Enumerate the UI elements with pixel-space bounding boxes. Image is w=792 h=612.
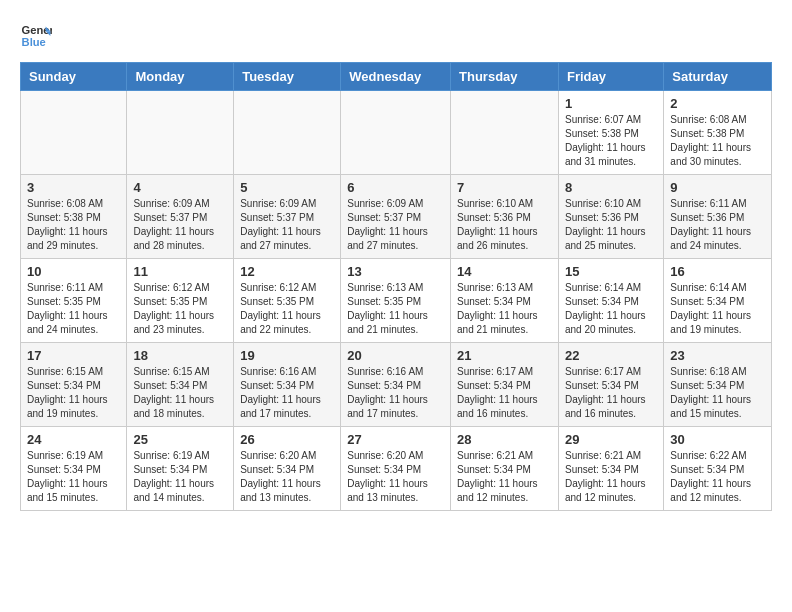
calendar-day-cell: 4Sunrise: 6:09 AM Sunset: 5:37 PM Daylig… xyxy=(127,175,234,259)
day-info: Sunrise: 6:13 AM Sunset: 5:35 PM Dayligh… xyxy=(347,281,444,337)
day-info: Sunrise: 6:19 AM Sunset: 5:34 PM Dayligh… xyxy=(27,449,120,505)
day-number: 18 xyxy=(133,348,227,363)
calendar-day-cell: 17Sunrise: 6:15 AM Sunset: 5:34 PM Dayli… xyxy=(21,343,127,427)
day-number: 15 xyxy=(565,264,657,279)
calendar-day-cell: 25Sunrise: 6:19 AM Sunset: 5:34 PM Dayli… xyxy=(127,427,234,511)
svg-text:Blue: Blue xyxy=(22,36,46,48)
day-number: 22 xyxy=(565,348,657,363)
day-info: Sunrise: 6:17 AM Sunset: 5:34 PM Dayligh… xyxy=(565,365,657,421)
calendar-day-cell xyxy=(127,91,234,175)
calendar-day-cell: 9Sunrise: 6:11 AM Sunset: 5:36 PM Daylig… xyxy=(664,175,772,259)
day-number: 28 xyxy=(457,432,552,447)
calendar-day-cell: 20Sunrise: 6:16 AM Sunset: 5:34 PM Dayli… xyxy=(341,343,451,427)
calendar-day-cell: 7Sunrise: 6:10 AM Sunset: 5:36 PM Daylig… xyxy=(451,175,559,259)
calendar-week-row: 17Sunrise: 6:15 AM Sunset: 5:34 PM Dayli… xyxy=(21,343,772,427)
calendar-day-cell: 27Sunrise: 6:20 AM Sunset: 5:34 PM Dayli… xyxy=(341,427,451,511)
day-info: Sunrise: 6:16 AM Sunset: 5:34 PM Dayligh… xyxy=(347,365,444,421)
day-of-week-header: Monday xyxy=(127,63,234,91)
calendar-day-cell: 11Sunrise: 6:12 AM Sunset: 5:35 PM Dayli… xyxy=(127,259,234,343)
calendar-day-cell: 6Sunrise: 6:09 AM Sunset: 5:37 PM Daylig… xyxy=(341,175,451,259)
day-info: Sunrise: 6:20 AM Sunset: 5:34 PM Dayligh… xyxy=(347,449,444,505)
day-info: Sunrise: 6:22 AM Sunset: 5:34 PM Dayligh… xyxy=(670,449,765,505)
day-of-week-header: Thursday xyxy=(451,63,559,91)
day-number: 16 xyxy=(670,264,765,279)
calendar-day-cell: 5Sunrise: 6:09 AM Sunset: 5:37 PM Daylig… xyxy=(234,175,341,259)
day-info: Sunrise: 6:21 AM Sunset: 5:34 PM Dayligh… xyxy=(457,449,552,505)
day-info: Sunrise: 6:09 AM Sunset: 5:37 PM Dayligh… xyxy=(347,197,444,253)
day-number: 23 xyxy=(670,348,765,363)
calendar-day-cell xyxy=(234,91,341,175)
day-of-week-header: Wednesday xyxy=(341,63,451,91)
logo-icon: General Blue xyxy=(20,20,52,52)
calendar-day-cell: 1Sunrise: 6:07 AM Sunset: 5:38 PM Daylig… xyxy=(558,91,663,175)
day-of-week-header: Tuesday xyxy=(234,63,341,91)
calendar-day-cell: 29Sunrise: 6:21 AM Sunset: 5:34 PM Dayli… xyxy=(558,427,663,511)
calendar-day-cell: 10Sunrise: 6:11 AM Sunset: 5:35 PM Dayli… xyxy=(21,259,127,343)
calendar-day-cell: 21Sunrise: 6:17 AM Sunset: 5:34 PM Dayli… xyxy=(451,343,559,427)
day-number: 24 xyxy=(27,432,120,447)
calendar-day-cell: 8Sunrise: 6:10 AM Sunset: 5:36 PM Daylig… xyxy=(558,175,663,259)
day-info: Sunrise: 6:21 AM Sunset: 5:34 PM Dayligh… xyxy=(565,449,657,505)
logo: General Blue xyxy=(20,20,52,52)
day-number: 19 xyxy=(240,348,334,363)
day-of-week-header: Sunday xyxy=(21,63,127,91)
calendar-day-cell: 15Sunrise: 6:14 AM Sunset: 5:34 PM Dayli… xyxy=(558,259,663,343)
day-info: Sunrise: 6:20 AM Sunset: 5:34 PM Dayligh… xyxy=(240,449,334,505)
day-number: 29 xyxy=(565,432,657,447)
day-number: 17 xyxy=(27,348,120,363)
calendar-day-cell: 14Sunrise: 6:13 AM Sunset: 5:34 PM Dayli… xyxy=(451,259,559,343)
calendar-day-cell: 30Sunrise: 6:22 AM Sunset: 5:34 PM Dayli… xyxy=(664,427,772,511)
calendar-day-cell: 2Sunrise: 6:08 AM Sunset: 5:38 PM Daylig… xyxy=(664,91,772,175)
day-info: Sunrise: 6:16 AM Sunset: 5:34 PM Dayligh… xyxy=(240,365,334,421)
day-info: Sunrise: 6:08 AM Sunset: 5:38 PM Dayligh… xyxy=(670,113,765,169)
calendar-day-cell: 19Sunrise: 6:16 AM Sunset: 5:34 PM Dayli… xyxy=(234,343,341,427)
day-number: 12 xyxy=(240,264,334,279)
day-info: Sunrise: 6:14 AM Sunset: 5:34 PM Dayligh… xyxy=(670,281,765,337)
day-info: Sunrise: 6:07 AM Sunset: 5:38 PM Dayligh… xyxy=(565,113,657,169)
calendar-week-row: 24Sunrise: 6:19 AM Sunset: 5:34 PM Dayli… xyxy=(21,427,772,511)
day-info: Sunrise: 6:13 AM Sunset: 5:34 PM Dayligh… xyxy=(457,281,552,337)
day-info: Sunrise: 6:18 AM Sunset: 5:34 PM Dayligh… xyxy=(670,365,765,421)
day-number: 14 xyxy=(457,264,552,279)
day-info: Sunrise: 6:14 AM Sunset: 5:34 PM Dayligh… xyxy=(565,281,657,337)
calendar-day-cell: 26Sunrise: 6:20 AM Sunset: 5:34 PM Dayli… xyxy=(234,427,341,511)
day-number: 21 xyxy=(457,348,552,363)
day-info: Sunrise: 6:12 AM Sunset: 5:35 PM Dayligh… xyxy=(133,281,227,337)
calendar-day-cell: 23Sunrise: 6:18 AM Sunset: 5:34 PM Dayli… xyxy=(664,343,772,427)
day-info: Sunrise: 6:15 AM Sunset: 5:34 PM Dayligh… xyxy=(133,365,227,421)
day-number: 20 xyxy=(347,348,444,363)
day-info: Sunrise: 6:09 AM Sunset: 5:37 PM Dayligh… xyxy=(133,197,227,253)
day-number: 1 xyxy=(565,96,657,111)
day-info: Sunrise: 6:12 AM Sunset: 5:35 PM Dayligh… xyxy=(240,281,334,337)
day-info: Sunrise: 6:11 AM Sunset: 5:36 PM Dayligh… xyxy=(670,197,765,253)
calendar-day-cell xyxy=(451,91,559,175)
page-header: General Blue xyxy=(20,20,772,52)
day-number: 30 xyxy=(670,432,765,447)
calendar-day-cell: 18Sunrise: 6:15 AM Sunset: 5:34 PM Dayli… xyxy=(127,343,234,427)
calendar-day-cell: 24Sunrise: 6:19 AM Sunset: 5:34 PM Dayli… xyxy=(21,427,127,511)
day-number: 9 xyxy=(670,180,765,195)
day-info: Sunrise: 6:10 AM Sunset: 5:36 PM Dayligh… xyxy=(565,197,657,253)
day-number: 8 xyxy=(565,180,657,195)
day-of-week-header: Saturday xyxy=(664,63,772,91)
day-number: 10 xyxy=(27,264,120,279)
day-of-week-header: Friday xyxy=(558,63,663,91)
calendar-day-cell: 3Sunrise: 6:08 AM Sunset: 5:38 PM Daylig… xyxy=(21,175,127,259)
calendar-week-row: 3Sunrise: 6:08 AM Sunset: 5:38 PM Daylig… xyxy=(21,175,772,259)
day-info: Sunrise: 6:10 AM Sunset: 5:36 PM Dayligh… xyxy=(457,197,552,253)
calendar-day-cell: 13Sunrise: 6:13 AM Sunset: 5:35 PM Dayli… xyxy=(341,259,451,343)
calendar-week-row: 1Sunrise: 6:07 AM Sunset: 5:38 PM Daylig… xyxy=(21,91,772,175)
day-info: Sunrise: 6:08 AM Sunset: 5:38 PM Dayligh… xyxy=(27,197,120,253)
day-number: 26 xyxy=(240,432,334,447)
day-info: Sunrise: 6:11 AM Sunset: 5:35 PM Dayligh… xyxy=(27,281,120,337)
calendar-day-cell: 12Sunrise: 6:12 AM Sunset: 5:35 PM Dayli… xyxy=(234,259,341,343)
calendar-day-cell: 28Sunrise: 6:21 AM Sunset: 5:34 PM Dayli… xyxy=(451,427,559,511)
calendar-day-cell xyxy=(341,91,451,175)
day-number: 11 xyxy=(133,264,227,279)
calendar-table: SundayMondayTuesdayWednesdayThursdayFrid… xyxy=(20,62,772,511)
calendar-day-cell: 22Sunrise: 6:17 AM Sunset: 5:34 PM Dayli… xyxy=(558,343,663,427)
day-info: Sunrise: 6:15 AM Sunset: 5:34 PM Dayligh… xyxy=(27,365,120,421)
calendar-day-cell xyxy=(21,91,127,175)
day-number: 2 xyxy=(670,96,765,111)
day-number: 4 xyxy=(133,180,227,195)
